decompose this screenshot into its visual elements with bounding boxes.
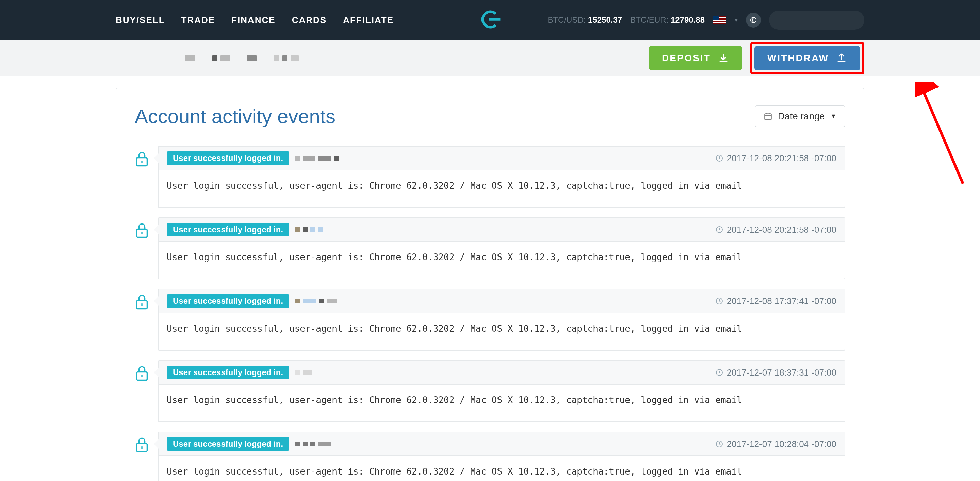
svg-rect-3 [765, 114, 772, 119]
top-nav: BUY/SELL TRADE FINANCE CARDS AFFILIATE B… [0, 0, 980, 40]
redacted-ip [295, 156, 339, 160]
download-icon [718, 52, 729, 64]
event-box: User successfully logged in. 2017-12-08 … [158, 217, 845, 279]
nav-right: BTC/USD: 15250.37 BTC/EUR: 12790.88 ▾ [547, 11, 864, 30]
event-body: User login successful, user-agent is: Ch… [159, 456, 845, 481]
nav-trade[interactable]: TRADE [181, 15, 215, 25]
event-box: User successfully logged in. 2017-12-07 … [158, 360, 845, 422]
event-header: User successfully logged in. 2017-12-08 … [159, 147, 845, 170]
ticker-label: BTC/EUR: [630, 15, 668, 24]
annotation-highlight: WITHDRAW [750, 42, 864, 75]
event-badge: User successfully logged in. [167, 294, 289, 308]
main-content: Account activity events Date range ▼ Use… [0, 76, 980, 481]
event-timestamp: 2017-12-08 20:21:58 -07:00 [715, 153, 837, 164]
event-box: User successfully logged in. 2017-12-08 … [158, 289, 845, 351]
event-badge: User successfully logged in. [167, 223, 289, 237]
lock-icon [135, 217, 150, 240]
globe-button[interactable] [746, 13, 761, 27]
event-row: User successfully logged in. 2017-12-07 … [135, 432, 845, 481]
event-body: User login successful, user-agent is: Ch… [159, 170, 845, 207]
date-range-picker[interactable]: Date range ▼ [755, 105, 845, 127]
event-timestamp: 2017-12-08 20:21:58 -07:00 [715, 224, 837, 235]
deposit-label: DEPOSIT [662, 53, 711, 63]
nav-links: BUY/SELL TRADE FINANCE CARDS AFFILIATE [116, 15, 394, 25]
card-header: Account activity events Date range ▼ [135, 105, 845, 127]
lock-icon [135, 146, 150, 168]
date-range-label: Date range [778, 111, 825, 122]
event-body: User login successful, user-agent is: Ch… [159, 242, 845, 279]
caret-down-icon: ▼ [830, 113, 837, 120]
event-body: User login successful, user-agent is: Ch… [159, 313, 845, 350]
page-title: Account activity events [135, 105, 336, 127]
flag-us-icon[interactable] [713, 16, 727, 24]
event-header: User successfully logged in. 2017-12-07 … [159, 432, 845, 456]
account-bar: DEPOSIT WITHDRAW [0, 40, 980, 76]
event-header: User successfully logged in. 2017-12-08 … [159, 218, 845, 242]
events-list: User successfully logged in. 2017-12-08 … [135, 146, 845, 481]
ticker-value: 12790.88 [671, 15, 705, 24]
event-header: User successfully logged in. 2017-12-08 … [159, 289, 845, 313]
nav-finance[interactable]: FINANCE [231, 15, 275, 25]
event-badge: User successfully logged in. [167, 366, 289, 379]
deposit-button[interactable]: DEPOSIT [649, 46, 742, 70]
logo[interactable] [477, 6, 503, 34]
lock-icon [135, 432, 150, 454]
redacted-ip [295, 298, 337, 303]
withdraw-button[interactable]: WITHDRAW [754, 46, 860, 70]
event-box: User successfully logged in. 2017-12-07 … [158, 432, 845, 481]
ticker-label: BTC/USD: [547, 15, 585, 24]
lock-icon [135, 360, 150, 383]
activity-card: Account activity events Date range ▼ Use… [116, 88, 864, 481]
event-row: User successfully logged in. 2017-12-08 … [135, 146, 845, 208]
event-row: User successfully logged in. 2017-12-07 … [135, 360, 845, 422]
redacted-account-info [185, 56, 299, 61]
redacted-ip [295, 370, 312, 375]
ticker-btcusd: BTC/USD: 15250.37 [547, 15, 622, 25]
chevron-down-icon[interactable]: ▾ [735, 16, 738, 24]
calendar-icon [764, 112, 772, 121]
lock-icon [135, 289, 150, 311]
redacted-ip [295, 227, 323, 232]
withdraw-label: WITHDRAW [767, 53, 829, 63]
event-body: User login successful, user-agent is: Ch… [159, 385, 845, 421]
upload-icon [836, 52, 847, 64]
redacted-ip [295, 441, 331, 446]
event-row: User successfully logged in. 2017-12-08 … [135, 289, 845, 351]
search-input[interactable] [769, 11, 864, 30]
nav-cards[interactable]: CARDS [292, 15, 327, 25]
event-row: User successfully logged in. 2017-12-08 … [135, 217, 845, 279]
event-timestamp: 2017-12-07 10:28:04 -07:00 [715, 439, 837, 449]
event-badge: User successfully logged in. [167, 437, 289, 451]
ticker-btceur: BTC/EUR: 12790.88 [630, 15, 705, 25]
nav-buy-sell[interactable]: BUY/SELL [116, 15, 165, 25]
ticker-value: 15250.37 [588, 15, 622, 24]
nav-affiliate[interactable]: AFFILIATE [343, 15, 394, 25]
event-timestamp: 2017-12-08 17:37:41 -07:00 [715, 296, 837, 306]
event-timestamp: 2017-12-07 18:37:31 -07:00 [715, 367, 837, 378]
event-badge: User successfully logged in. [167, 151, 289, 165]
event-box: User successfully logged in. 2017-12-08 … [158, 146, 845, 208]
event-header: User successfully logged in. 2017-12-07 … [159, 361, 845, 385]
